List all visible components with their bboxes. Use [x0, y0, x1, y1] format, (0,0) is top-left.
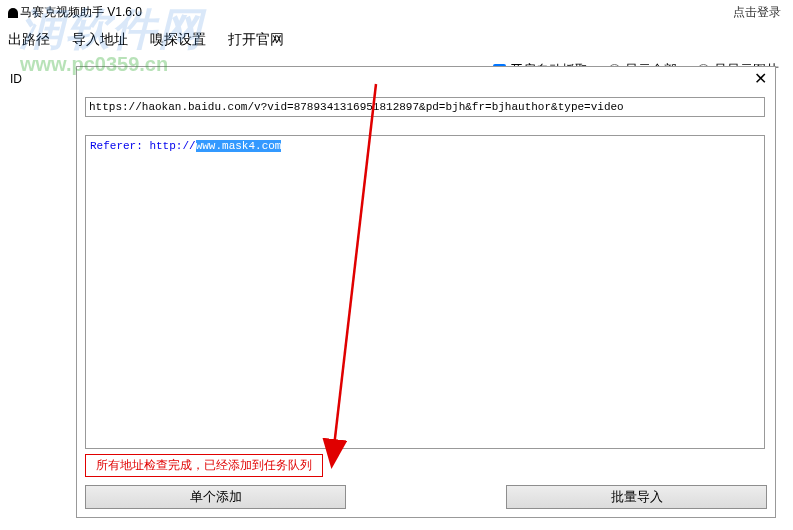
close-icon[interactable]: ✕ [754, 71, 767, 87]
referer-prefix: Referer: http:// [90, 140, 196, 152]
single-add-button[interactable]: 单个添加 [85, 485, 346, 509]
referer-selected[interactable]: www.mask4.com [196, 140, 282, 152]
menu-export-path[interactable]: 出路径 [8, 31, 50, 49]
menu-sniff-settings[interactable]: 嗅探设置 [150, 31, 206, 49]
menu-open-site[interactable]: 打开官网 [228, 31, 284, 49]
url-input[interactable] [85, 97, 765, 117]
menubar: 出路径 导入地址 嗅探设置 打开官网 [0, 25, 793, 57]
id-column-header: ID [10, 72, 22, 86]
login-link[interactable]: 点击登录 [733, 4, 781, 21]
add-dialog: ✕ Referer: http://www.mask4.com 所有地址检查完成… [76, 66, 776, 518]
batch-import-button[interactable]: 批量导入 [506, 485, 767, 509]
app-title: 马赛克视频助手 V1.6.0 [20, 4, 142, 21]
referer-textarea[interactable]: Referer: http://www.mask4.com [85, 135, 765, 449]
status-message: 所有地址检查完成，已经添加到任务队列 [85, 454, 323, 477]
user-icon [8, 8, 18, 18]
menu-import-addr[interactable]: 导入地址 [72, 31, 128, 49]
